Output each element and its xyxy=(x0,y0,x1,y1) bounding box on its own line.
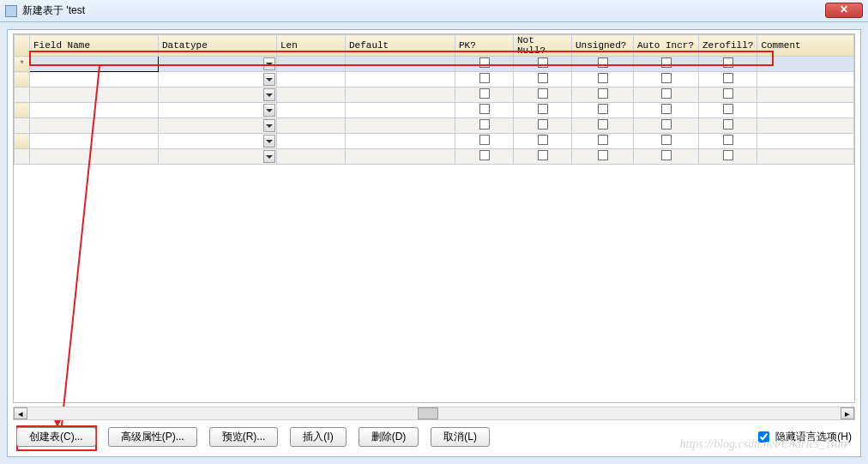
cell-pk[interactable] xyxy=(455,87,514,103)
cell-unsigned[interactable] xyxy=(572,103,634,118)
col-field-name[interactable]: Field Name xyxy=(30,35,159,57)
cell-notnull[interactable] xyxy=(514,72,572,87)
scroll-right-button[interactable]: ▸ xyxy=(841,407,854,419)
fields-grid[interactable]: Field Name Datatype Len Default PK? Not … xyxy=(13,33,855,403)
zerofill-checkbox[interactable] xyxy=(723,150,733,160)
table-row[interactable] xyxy=(15,72,854,87)
cell-default[interactable] xyxy=(346,87,455,103)
cell-unsigned[interactable] xyxy=(572,72,634,87)
cell-datatype[interactable] xyxy=(159,149,277,165)
cell-autoincr[interactable] xyxy=(634,87,699,103)
autoincr-checkbox[interactable] xyxy=(661,135,672,145)
col-autoincr[interactable]: Auto Incr? xyxy=(634,35,699,57)
pk-checkbox[interactable] xyxy=(479,135,490,145)
cell-pk[interactable] xyxy=(455,57,514,72)
cell-notnull[interactable] xyxy=(514,118,572,134)
col-len[interactable]: Len xyxy=(277,35,346,57)
cell-datatype[interactable] xyxy=(159,134,277,149)
datatype-dropdown-button[interactable] xyxy=(263,135,275,148)
cell-notnull[interactable] xyxy=(514,87,572,103)
cell-comment[interactable] xyxy=(757,72,854,87)
col-unsigned[interactable]: Unsigned? xyxy=(572,35,634,57)
pk-checkbox[interactable] xyxy=(479,88,490,99)
table-row[interactable] xyxy=(15,103,854,118)
pk-checkbox[interactable] xyxy=(479,119,490,130)
cell-pk[interactable] xyxy=(455,118,514,134)
col-pk[interactable]: PK? xyxy=(455,35,514,57)
cell-len[interactable] xyxy=(277,72,346,87)
cell-field-name[interactable] xyxy=(30,87,159,103)
cell-comment[interactable] xyxy=(757,57,854,72)
scroll-grip[interactable] xyxy=(418,407,438,419)
cell-default[interactable] xyxy=(346,134,455,149)
notnull-checkbox[interactable] xyxy=(538,150,548,160)
table-row[interactable] xyxy=(15,87,854,103)
cell-autoincr[interactable] xyxy=(634,72,699,87)
cell-zerofill[interactable] xyxy=(699,118,757,134)
cell-field-name[interactable] xyxy=(30,57,159,72)
cell-notnull[interactable] xyxy=(514,103,572,118)
cell-comment[interactable] xyxy=(757,118,854,134)
cell-notnull[interactable] xyxy=(514,57,572,72)
cell-field-name[interactable] xyxy=(30,149,159,165)
unsigned-checkbox[interactable] xyxy=(598,104,608,114)
zerofill-checkbox[interactable] xyxy=(723,73,733,83)
cell-zerofill[interactable] xyxy=(699,134,757,149)
cell-autoincr[interactable] xyxy=(634,118,699,134)
cell-comment[interactable] xyxy=(757,149,854,165)
col-zerofill[interactable]: Zerofill? xyxy=(699,35,757,57)
table-row[interactable] xyxy=(15,118,854,134)
datatype-dropdown-button[interactable] xyxy=(263,150,275,163)
pk-checkbox[interactable] xyxy=(479,150,490,160)
cell-autoincr[interactable] xyxy=(634,103,699,118)
cell-len[interactable] xyxy=(277,118,346,134)
cell-comment[interactable] xyxy=(757,103,854,118)
scroll-left-button[interactable]: ◂ xyxy=(14,407,27,419)
unsigned-checkbox[interactable] xyxy=(598,88,608,99)
cell-autoincr[interactable] xyxy=(634,134,699,149)
insert-button[interactable]: 插入(I) xyxy=(290,427,346,447)
col-datatype[interactable]: Datatype xyxy=(159,35,277,57)
autoincr-checkbox[interactable] xyxy=(661,150,672,160)
table-row[interactable]: * xyxy=(15,57,854,72)
datatype-dropdown-button[interactable] xyxy=(263,88,275,101)
unsigned-checkbox[interactable] xyxy=(598,73,608,83)
cell-len[interactable] xyxy=(277,103,346,118)
hide-lang-option[interactable]: 隐藏语言选项(H) xyxy=(755,429,852,445)
col-comment[interactable]: Comment xyxy=(757,35,854,57)
cell-field-name[interactable] xyxy=(30,118,159,134)
zerofill-checkbox[interactable] xyxy=(723,104,733,114)
preview-button[interactable]: 预览(R)... xyxy=(209,427,279,447)
cell-pk[interactable] xyxy=(455,134,514,149)
cell-unsigned[interactable] xyxy=(572,134,634,149)
notnull-checkbox[interactable] xyxy=(538,57,548,68)
pk-checkbox[interactable] xyxy=(479,104,490,114)
autoincr-checkbox[interactable] xyxy=(661,88,672,99)
unsigned-checkbox[interactable] xyxy=(598,119,608,130)
autoincr-checkbox[interactable] xyxy=(661,73,672,83)
notnull-checkbox[interactable] xyxy=(538,135,548,145)
cell-pk[interactable] xyxy=(455,103,514,118)
pk-checkbox[interactable] xyxy=(479,57,490,68)
notnull-checkbox[interactable] xyxy=(538,119,548,130)
cell-datatype[interactable] xyxy=(159,72,277,87)
table-row[interactable] xyxy=(15,134,854,149)
cell-len[interactable] xyxy=(277,149,346,165)
cell-len[interactable] xyxy=(277,87,346,103)
zerofill-checkbox[interactable] xyxy=(723,119,733,130)
cell-notnull[interactable] xyxy=(514,149,572,165)
cancel-button[interactable]: 取消(L) xyxy=(431,427,490,447)
cell-field-name[interactable] xyxy=(30,134,159,149)
zerofill-checkbox[interactable] xyxy=(723,88,733,99)
cell-zerofill[interactable] xyxy=(699,57,757,72)
cell-unsigned[interactable] xyxy=(572,118,634,134)
unsigned-checkbox[interactable] xyxy=(598,57,608,68)
cell-default[interactable] xyxy=(346,118,455,134)
datatype-dropdown-button[interactable] xyxy=(263,57,275,70)
datatype-dropdown-button[interactable] xyxy=(263,104,275,117)
datatype-dropdown-button[interactable] xyxy=(263,73,275,86)
cell-unsigned[interactable] xyxy=(572,87,634,103)
pk-checkbox[interactable] xyxy=(479,73,490,83)
cell-default[interactable] xyxy=(346,149,455,165)
cell-unsigned[interactable] xyxy=(572,57,634,72)
